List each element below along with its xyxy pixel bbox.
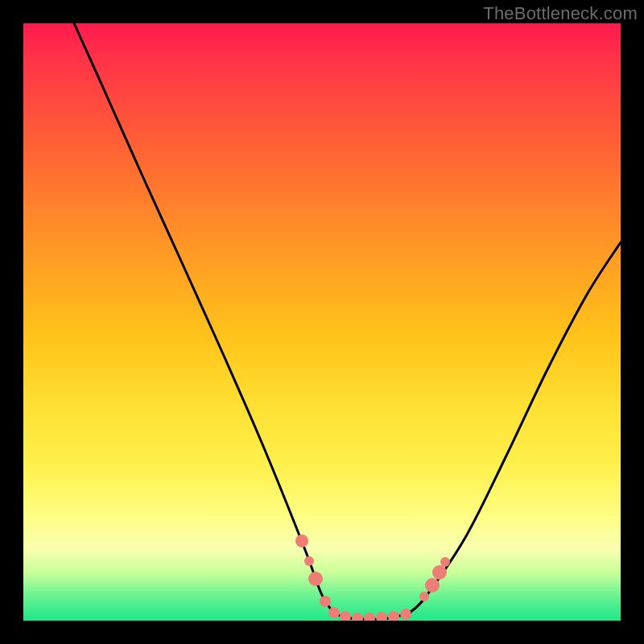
data-marker bbox=[320, 596, 331, 607]
data-marker bbox=[295, 535, 308, 547]
data-marker bbox=[308, 572, 323, 586]
data-marker bbox=[304, 556, 314, 566]
data-marker bbox=[376, 612, 387, 621]
data-marker bbox=[440, 557, 450, 567]
bottleneck-curve bbox=[23, 23, 621, 621]
data-marker bbox=[364, 613, 375, 621]
chart-plot bbox=[23, 23, 621, 621]
watermark-text: TheBottleneck.com bbox=[483, 3, 638, 24]
data-marker bbox=[425, 578, 440, 592]
data-marker bbox=[352, 613, 363, 621]
data-marker bbox=[388, 611, 399, 621]
data-marker bbox=[400, 609, 411, 620]
data-marker bbox=[340, 611, 351, 621]
data-marker bbox=[328, 607, 340, 618]
data-marker bbox=[432, 565, 447, 580]
data-marker bbox=[419, 592, 429, 601]
